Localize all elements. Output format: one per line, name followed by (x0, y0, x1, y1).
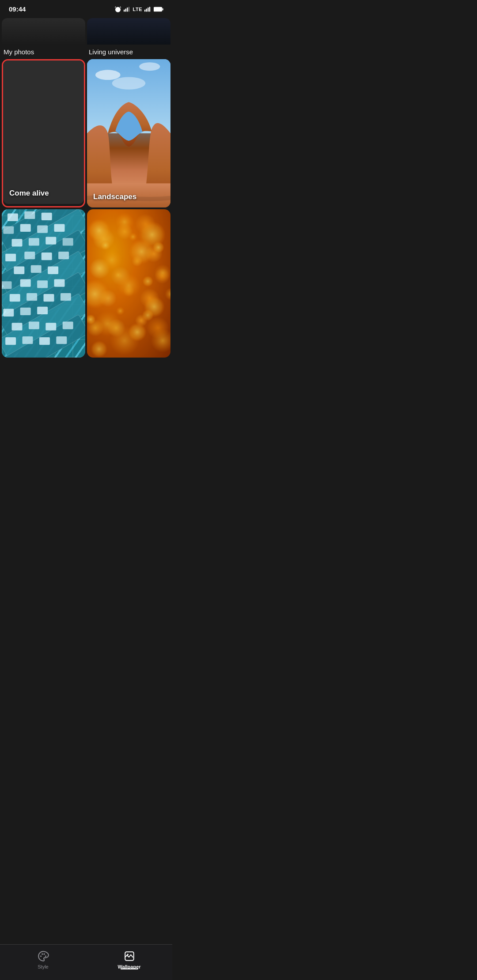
svg-rect-29 (37, 225, 48, 233)
windows-svg (2, 209, 85, 358)
grid-item-landscapes[interactable]: Landscapes (87, 59, 170, 207)
grid-item-come-alive[interactable]: Come alive (2, 59, 85, 207)
svg-rect-49 (61, 293, 71, 301)
svg-rect-25 (24, 211, 35, 219)
svg-rect-30 (54, 224, 65, 232)
status-icons: LTE (114, 6, 163, 13)
svg-rect-6 (146, 8, 147, 11)
come-alive-thumb (3, 60, 84, 204)
svg-rect-42 (2, 281, 12, 289)
svg-rect-54 (29, 321, 39, 329)
my-photos-label: My photos (2, 45, 85, 57)
svg-rect-55 (45, 323, 56, 330)
scrollable-content: My photos Living universe Come alive (0, 16, 172, 403)
battery-icon (154, 7, 163, 12)
svg-rect-50 (3, 309, 14, 317)
svg-rect-27 (3, 226, 14, 234)
svg-rect-32 (29, 238, 39, 245)
svg-rect-40 (31, 265, 42, 273)
landscape-arch-svg (87, 59, 170, 207)
golden-inner (87, 209, 170, 358)
landscapes-inner: Landscapes (87, 59, 170, 207)
svg-rect-5 (144, 9, 145, 11)
svg-rect-39 (14, 267, 24, 274)
svg-rect-44 (37, 280, 48, 288)
svg-rect-2 (125, 8, 126, 11)
svg-rect-24 (8, 214, 18, 221)
come-alive-inner: Come alive (3, 60, 84, 204)
wallpaper-grid: Come alive (0, 57, 172, 359)
svg-rect-11 (154, 8, 160, 11)
svg-rect-51 (20, 308, 31, 315)
architecture-thumb (2, 209, 85, 358)
status-time: 09:44 (9, 5, 26, 13)
grid-item-architecture[interactable] (2, 209, 85, 358)
svg-rect-33 (45, 237, 56, 244)
top-row: My photos Living universe (0, 16, 172, 57)
svg-rect-31 (12, 239, 23, 246)
svg-rect-4 (128, 7, 129, 11)
wifi-icon (144, 7, 151, 12)
landscapes-label: Landscapes (93, 192, 136, 201)
svg-rect-28 (20, 224, 31, 232)
top-item-living-universe[interactable]: Living universe (87, 18, 170, 57)
come-alive-label: Come alive (9, 189, 49, 198)
svg-rect-37 (42, 253, 52, 260)
svg-rect-57 (5, 337, 16, 345)
svg-rect-60 (56, 336, 67, 344)
svg-rect-41 (48, 267, 58, 274)
status-bar: 09:44 LTE (0, 0, 172, 16)
svg-rect-8 (149, 7, 150, 11)
svg-rect-53 (12, 323, 23, 330)
signal-icon (124, 7, 131, 12)
svg-rect-43 (20, 279, 31, 286)
living-universe-thumb (87, 18, 170, 45)
svg-rect-26 (42, 213, 52, 220)
grid-item-golden[interactable] (87, 209, 170, 358)
svg-rect-34 (63, 238, 73, 245)
svg-rect-58 (23, 336, 33, 344)
svg-rect-47 (26, 293, 37, 301)
lte-label: LTE (133, 7, 142, 12)
landscapes-thumb (87, 59, 170, 207)
bokeh-svg (87, 209, 170, 358)
golden-thumb (87, 209, 170, 358)
svg-rect-56 (63, 321, 73, 329)
svg-rect-38 (58, 252, 69, 259)
top-item-my-photos[interactable]: My photos (2, 18, 85, 57)
svg-rect-84 (87, 209, 170, 358)
svg-rect-7 (148, 8, 148, 12)
svg-rect-59 (39, 337, 50, 345)
my-photos-thumb (2, 18, 85, 45)
svg-point-14 (139, 62, 160, 71)
living-universe-label: Living universe (87, 45, 170, 57)
svg-rect-46 (10, 294, 20, 302)
svg-rect-52 (37, 307, 48, 314)
svg-rect-36 (24, 252, 35, 259)
svg-rect-3 (127, 8, 128, 12)
svg-rect-35 (5, 254, 16, 261)
svg-rect-10 (163, 8, 163, 10)
svg-rect-1 (124, 9, 125, 11)
svg-rect-45 (54, 279, 65, 286)
architecture-inner (2, 209, 85, 358)
svg-point-13 (95, 70, 121, 80)
svg-rect-48 (44, 294, 54, 302)
svg-point-15 (112, 77, 146, 89)
alarm-icon (114, 6, 121, 13)
